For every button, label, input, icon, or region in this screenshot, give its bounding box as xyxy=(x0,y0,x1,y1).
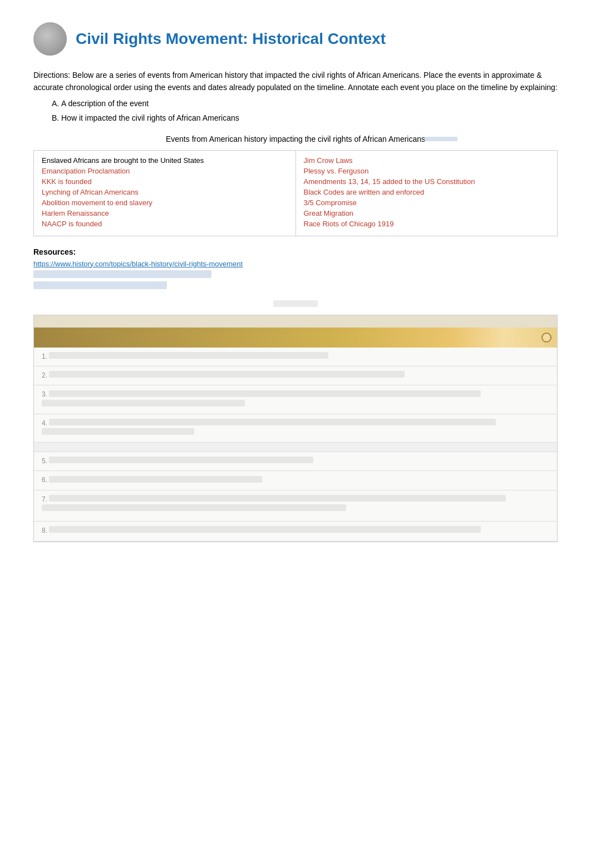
event-item: Enslaved Africans are brought to the Uni… xyxy=(42,156,288,165)
directions-list: A description of the event How it impact… xyxy=(61,97,558,125)
directions-text: Directions: Below are a series of events… xyxy=(33,69,558,94)
page-title: Civil Rights Movement: Historical Contex… xyxy=(76,30,386,48)
directions-item-a: A description of the event xyxy=(61,97,558,110)
timeline-top-blurred xyxy=(34,315,557,328)
event-item: Jim Crow Laws xyxy=(304,156,550,165)
resource-link-2-blurred xyxy=(33,270,211,278)
timeline-row: 2. xyxy=(34,366,557,385)
timeline-label-blurred xyxy=(273,300,318,307)
resources-section: Resources: https://www.history.com/topic… xyxy=(33,247,558,289)
event-item: Great Migration xyxy=(304,209,550,217)
timeline-bar xyxy=(34,328,557,348)
events-section-header: Events from American history impacting t… xyxy=(33,135,558,143)
timeline-row: 5. xyxy=(34,452,557,471)
timeline-row: 4. xyxy=(34,414,557,443)
events-left-column: Enslaved Africans are brought to the Uni… xyxy=(34,150,296,236)
resource-link-3-blurred xyxy=(33,281,167,289)
timeline-row: 1. xyxy=(34,348,557,366)
event-item: Race Riots of Chicago 1919 xyxy=(304,220,550,228)
timeline-box: 1. 2. 3. 4. 5. 6. 7. xyxy=(33,315,558,542)
timeline-row: 6. xyxy=(34,471,557,490)
resource-link-1[interactable]: https://www.history.com/topics/black-his… xyxy=(33,260,558,268)
timeline-bar-dot xyxy=(541,333,551,343)
timeline-rows: 1. 2. 3. 4. 5. 6. 7. xyxy=(34,348,557,542)
timeline-row: 8. xyxy=(34,522,557,542)
timeline-row: 7. xyxy=(34,490,557,522)
resources-label: Resources: xyxy=(33,247,558,256)
event-item: 3/5 Compromise xyxy=(304,199,550,207)
events-table: Enslaved Africans are brought to the Uni… xyxy=(33,150,558,236)
event-item: Emancipation Proclamation xyxy=(42,167,288,175)
header-icon xyxy=(33,22,67,56)
page-header: Civil Rights Movement: Historical Contex… xyxy=(33,22,558,56)
directions-section: Directions: Below are a series of events… xyxy=(33,69,558,125)
event-item: KKK is founded xyxy=(42,177,288,186)
timeline-section xyxy=(33,300,558,307)
event-item: Plessy vs. Ferguson xyxy=(304,167,550,175)
event-item: Abolition movement to end slavery xyxy=(42,199,288,207)
timeline-row: 3. xyxy=(34,385,557,414)
event-item: Harlem Renaissance xyxy=(42,209,288,217)
timeline-row xyxy=(34,443,557,452)
event-item: Black Codes are written and enforced xyxy=(304,188,550,196)
event-item: NAACP is founded xyxy=(42,220,288,228)
event-item: Amendments 13, 14, 15 added to the US Co… xyxy=(304,177,550,186)
events-right-column: Jim Crow Laws Plessy vs. Ferguson Amendm… xyxy=(296,150,558,236)
event-item: Lynching of African Americans xyxy=(42,188,288,196)
directions-item-b: How it impacted the civil rights of Afri… xyxy=(61,112,558,124)
